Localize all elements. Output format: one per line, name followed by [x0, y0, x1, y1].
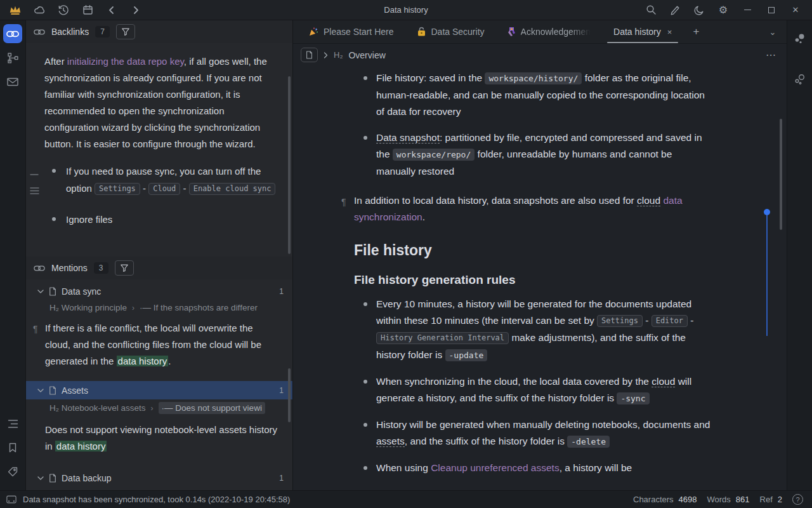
heading-level-tag: H₂	[334, 50, 343, 60]
backlinks-count-badge: 7	[95, 26, 110, 37]
tab-acknowledgements[interactable]: Acknowledgemen	[496, 20, 603, 43]
backlinks-filter-button[interactable]	[116, 24, 135, 39]
document-icon	[49, 287, 56, 296]
status-message: Data snapshot has been synchronized, too…	[23, 495, 290, 504]
paragraph-marker-icon: ¶	[33, 321, 38, 337]
doc-list-item[interactable]: When using Cleanup unreferenced assets, …	[354, 460, 712, 476]
bullet-icon	[363, 136, 367, 140]
graph-tree-icon[interactable]	[3, 48, 22, 67]
breadcrumb-separator-icon	[324, 50, 328, 60]
doc-list-item[interactable]: Every 10 minutes, a history will be gene…	[354, 296, 712, 364]
mention-count: 1	[279, 386, 284, 395]
bullet-icon	[363, 380, 367, 384]
mentions-header[interactable]: Mentions 3	[26, 257, 292, 279]
tab-please-start-here[interactable]: Please Start Here	[297, 20, 405, 43]
editor-scrollbar[interactable]	[780, 119, 782, 230]
tag-icon[interactable]	[3, 462, 22, 481]
status-bar: Data snapshot has been synchronized, too…	[0, 490, 812, 508]
mentions-tree: Data sync 1 H₂ Working principle › ·— If…	[26, 279, 292, 490]
titlebar: Data history ⚙ ✕	[0, 0, 812, 20]
right-dock	[787, 20, 812, 490]
backlinks-list: After initializing the data repo key, if…	[26, 43, 292, 257]
document-icon	[49, 386, 56, 395]
chevron-down-icon	[37, 476, 44, 480]
more-options-icon[interactable]: ⋯	[766, 49, 776, 61]
list-type-icon[interactable]	[30, 187, 39, 197]
graph-icon[interactable]	[790, 29, 809, 48]
global-graph-icon[interactable]	[790, 70, 809, 89]
document-icon	[49, 474, 56, 483]
list-collapse-icon[interactable]	[30, 169, 39, 179]
sidebar-panel: Backlinks 7 After initializing the data …	[26, 20, 293, 490]
tab-data-security[interactable]: Data Security	[405, 20, 496, 43]
mentions-count-badge: 3	[94, 262, 108, 274]
doc-list-item[interactable]: When synchronizing in the cloud, the loc…	[354, 373, 712, 407]
theme-moon-icon[interactable]	[693, 4, 705, 17]
left-dock	[0, 20, 26, 490]
bookmark-icon[interactable]	[3, 438, 22, 457]
backlink-list-item[interactable]: If you need to pause sync, you can turn …	[44, 163, 280, 198]
backlinks-header[interactable]: Backlinks 7	[26, 20, 292, 43]
app-logo-crown-icon[interactable]	[9, 4, 22, 17]
cloud-sync-icon[interactable]	[33, 4, 46, 17]
doc-list-item[interactable]: History will be generated when manually …	[354, 417, 712, 450]
mention-paragraph[interactable]: Does not support viewing notebook-level …	[26, 417, 292, 461]
breadcrumb-heading[interactable]: Overview	[348, 50, 385, 60]
mention-count: 1	[279, 474, 284, 483]
tree-item-data-backup[interactable]: Data backup 1	[26, 469, 292, 487]
doc-list-item[interactable]: Data snapshot: partitioned by file, encr…	[354, 130, 712, 180]
heading-file-history[interactable]: File history	[354, 242, 712, 259]
document-content: File history: saved in the workspace/his…	[293, 66, 787, 490]
lock-key-icon	[417, 27, 426, 37]
document-icon[interactable]	[301, 48, 318, 62]
tab-list-chevron-icon[interactable]: ⌄	[759, 20, 787, 43]
mention-breadcrumb[interactable]: H₂ Working principle › ·— If the snapsho…	[26, 300, 292, 315]
tab-close-icon[interactable]: ×	[667, 27, 672, 37]
tab-data-history[interactable]: Data history ×	[602, 20, 683, 43]
mentions-scrollbar[interactable]	[288, 368, 291, 422]
backlinks-icon[interactable]	[3, 24, 22, 43]
editor-breadcrumb: H₂ Overview ⋯	[293, 44, 787, 66]
edit-pencil-icon[interactable]	[669, 4, 681, 17]
backlink-list-item[interactable]: Ignore files	[44, 211, 280, 228]
backlinks-scrollbar[interactable]	[288, 76, 291, 254]
mention-paragraph[interactable]: ¶ If there is a file conflict, the local…	[26, 315, 292, 376]
new-tab-button[interactable]: +	[683, 20, 709, 43]
back-icon[interactable]	[105, 4, 118, 17]
bullet-icon	[52, 169, 56, 173]
tree-item-assets[interactable]: Assets 1	[26, 381, 292, 399]
outline-icon[interactable]	[3, 414, 22, 433]
doc-paragraph[interactable]: ¶ In addition to local data history, dat…	[354, 192, 712, 225]
search-icon[interactable]	[645, 4, 657, 17]
words-value: 861	[736, 495, 750, 504]
settings-gear-icon[interactable]: ⚙	[717, 4, 730, 17]
history-icon[interactable]	[57, 4, 70, 17]
backlink-paragraph[interactable]: After initializing the data repo key, if…	[44, 53, 280, 152]
app-window: Data history ⚙ ✕	[0, 0, 812, 508]
scroll-position-marker[interactable]	[764, 209, 770, 336]
tab-bar: Please Start Here Data Security Acknowle…	[293, 20, 787, 44]
maximize-icon[interactable]	[765, 4, 778, 17]
daily-note-icon[interactable]	[81, 4, 94, 17]
help-icon[interactable]: ?	[792, 494, 803, 505]
forward-icon[interactable]	[129, 4, 142, 17]
mention-breadcrumb[interactable]: H₂ Notebook-level assets › ·— Does not s…	[26, 399, 292, 417]
minimize-icon[interactable]	[741, 4, 754, 17]
tree-item-data-sync[interactable]: Data sync 1	[26, 282, 292, 300]
bullet-icon	[363, 466, 367, 470]
paragraph-marker-icon: ¶	[341, 194, 346, 210]
party-popper-icon	[308, 27, 318, 37]
heading-generation-rules[interactable]: File history generation rules	[354, 273, 712, 287]
bullet-icon	[363, 302, 367, 306]
close-icon[interactable]: ✕	[789, 4, 802, 17]
bullet-icon	[363, 423, 367, 427]
backlinks-title: Backlinks	[51, 27, 89, 37]
words-label: Words	[707, 495, 731, 504]
inbox-icon[interactable]	[3, 72, 22, 91]
dock-toggle-icon[interactable]	[6, 495, 16, 504]
mentions-filter-button[interactable]	[115, 260, 134, 276]
doc-list-item[interactable]: File history: saved in the workspace/his…	[354, 70, 712, 120]
bullet-icon	[52, 217, 56, 221]
mentions-title: Mentions	[51, 263, 88, 273]
bullet-icon	[363, 76, 367, 80]
